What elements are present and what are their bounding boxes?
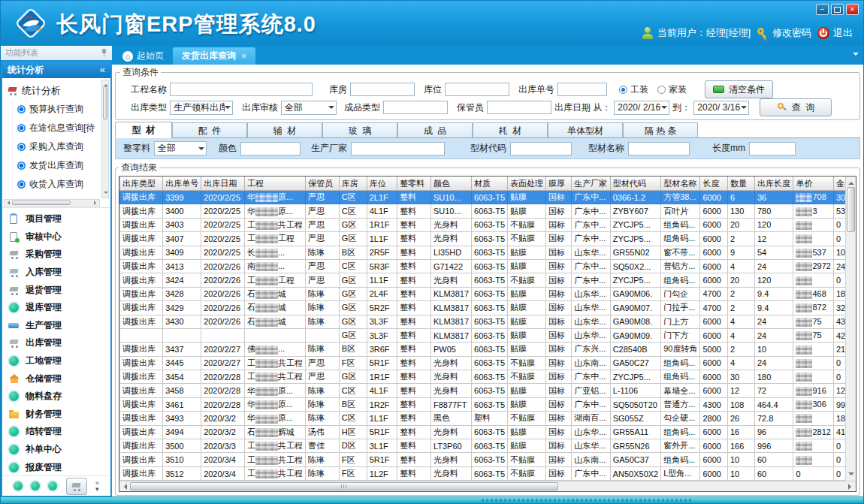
product-type-input[interactable] [383,101,448,114]
table-row[interactable]: 调拨出库34292020/2/26石城陈琳G区5R2F整料KLM38176063… [120,301,856,315]
column-header[interactable]: 出库类型 [120,177,163,191]
sidebar-item[interactable]: 生产管理 [8,317,110,335]
tree-item[interactable]: 采购入库查询 [7,137,100,156]
tree-vertical-scrollbar[interactable] [101,80,109,198]
sidebar-item[interactable]: 退库管理 [8,299,110,317]
table-row[interactable]: 调拨出库34032020/2/25工共工程严思G区1R1F整料光身料6063-T… [120,218,856,231]
section-header[interactable]: 统计分析 « [2,62,110,78]
column-header[interactable]: 库房 [339,177,367,191]
more-menus-button[interactable]: »▾ [95,480,99,492]
sidebar-item[interactable]: 结转管理 [8,423,110,441]
table-row[interactable]: 调拨出库34282020/2/26石城陈琳G区2L4F整料KLM38176063… [120,287,856,300]
material-tab[interactable]: 耗 材 [473,122,548,137]
manufacturer-input[interactable] [351,142,445,155]
scroll-thumb[interactable] [847,187,855,232]
sidebar-item[interactable]: 采购管理 [8,246,110,264]
sidebar-item[interactable]: 仓储管理 [8,370,110,388]
table-row[interactable]: 调拨出库35102020/3/4工共工程陈琳F区5R1F整料光身料6063-T5… [120,453,856,466]
tree-item[interactable]: 在途信息查询[待 [7,119,100,137]
grid-horizontal-scrollbar[interactable] [119,481,856,491]
search-button[interactable]: 查 询 [760,98,832,116]
table-row[interactable]: 调拨出库35002020/3/3工共工程曹佳D区3L1F整料LT3P606063… [120,439,856,453]
tab-overflow-arrow-icon[interactable] [853,53,859,59]
warehouse-input[interactable] [350,83,415,96]
column-header[interactable]: 型材代码 [610,177,661,191]
material-tab[interactable]: 成 品 [397,122,473,137]
tab-close-icon[interactable]: × [241,51,246,62]
scroll-left-icon[interactable] [121,484,127,490]
clear-conditions-button[interactable]: 清空条件 [705,80,773,98]
radio-gongzhuang[interactable]: 工装 [619,83,648,96]
column-header[interactable]: 型材名称 [661,177,700,191]
scroll-thumb[interactable] [130,482,558,490]
tree-root-item[interactable]: 统计分析 [7,81,100,100]
whole-part-select[interactable]: 全部 [154,141,207,155]
date-from-select[interactable]: 2020/ 2/16 [614,101,669,115]
tree-item[interactable]: 发货出库查询 [7,156,100,175]
column-header[interactable]: 单价 [793,177,833,191]
scroll-right-icon[interactable] [848,484,854,490]
table-row[interactable]: 调拨出库34132020/2/26南...严思C区5R3F整料G71422606… [120,259,856,273]
table-row[interactable]: 调拨出库34302020/2/26石城陈琳G区3L3F整料KLM38176063… [120,315,856,328]
sidebar-item[interactable]: 出库管理 [8,334,110,352]
tree-horizontal-scrollbar[interactable] [4,199,100,207]
table-row[interactable]: 调拨出库34452020/2/27工共工程严思F区5R1F整料光身料6063-T… [120,356,856,370]
profile-name-input[interactable] [628,142,690,155]
column-header[interactable]: 库位 [367,177,397,191]
date-to-select[interactable]: 2020/ 3/16 [693,101,749,115]
table-row[interactable]: 调拨出库34372020/2/27佛...陈琳B区3R6F整料PW056063-… [120,343,856,356]
scroll-up-icon[interactable] [848,179,854,185]
table-row[interactable]: 调拨出库34932020/3/2华原...陈琳C区1L1F整料黑色塑料不贴膜国标… [120,412,856,425]
scroll-down-icon[interactable] [848,472,854,478]
table-row[interactable]: 调拨出库34542020/2/28工共工程严思G区1R1F整料光身料6063-T… [120,370,856,384]
keeper-input[interactable] [487,101,551,114]
collapse-arrow-icon[interactable]: « [100,62,105,78]
sidebar-item[interactable]: 审核中心 [8,228,110,246]
table-row[interactable]: 调拨出库34002020/2/25华原...严思C区4L1F整料SU10...6… [120,204,856,218]
change-password-button[interactable]: 修改密码 [757,26,811,40]
toolbar-dot-icon[interactable] [31,481,40,490]
sidebar-item[interactable]: 财务管理 [8,406,110,424]
scroll-thumb[interactable] [12,201,71,205]
column-header[interactable]: 出库长度 [754,177,793,191]
outbound-audit-select[interactable]: 全部 [281,101,337,115]
sidebar-item[interactable]: 入库管理 [8,264,110,282]
outbound-type-select[interactable]: 生产领料出库 [170,101,233,115]
maximize-button[interactable] [831,4,844,15]
length-input[interactable] [749,142,796,155]
column-header[interactable]: 材质 [472,177,508,191]
sidebar-item[interactable]: 项目管理 [8,210,110,228]
material-tab[interactable]: 隔 热 条 [623,122,698,137]
table-row[interactable]: 调拨出库34072020/2/25工工程严思G区1L1F整料光身料6063-T5… [120,232,856,246]
material-tab[interactable]: 单体型材 [548,122,623,137]
material-tab[interactable]: 型 材 [115,122,172,138]
tab-shipment-query[interactable]: 发货出库查询 × [173,47,255,65]
table-row[interactable]: 调拨出库35122020/3/4工共工程陈琳F区1L2F整料光身料6063-T5… [120,466,856,480]
profile-code-input[interactable] [510,142,572,155]
table-row[interactable]: 调拨出库34582020/2/28华原...陈琳C区4L1F整料光身料6063-… [120,384,856,397]
sidebar-item[interactable]: 退货管理 [8,281,110,299]
column-header[interactable]: 出库日期 [201,177,245,191]
toolbar-dot-icon[interactable] [14,481,23,490]
scroll-thumb[interactable] [103,86,107,119]
cart-toolbar-button[interactable] [66,478,87,495]
scroll-right-icon[interactable] [94,201,98,205]
tab-home[interactable]: ⌂ 起始页 [113,47,173,65]
column-header[interactable]: 长度 [700,177,727,191]
column-header[interactable]: 颜色 [430,177,471,191]
sidebar-item[interactable]: 报废管理 [8,458,110,475]
column-header[interactable]: 生产厂家 [572,177,610,191]
sidebar-item[interactable]: 补单中心 [8,441,110,459]
table-row[interactable]: 调拨出库34092020/2/25长...陈琳B区2R5F整料LI35HD606… [120,246,856,259]
scroll-left-icon[interactable] [5,201,10,205]
table-row[interactable]: 调拨出库34612020/2/28华原...陈琳B区1R2F整料F8877FT6… [120,397,856,411]
tree-item[interactable]: 预算执行查询 [7,100,100,119]
logout-button[interactable]: 退出 [817,26,853,40]
color-input[interactable] [240,142,301,155]
close-button[interactable]: × [846,4,859,15]
sidebar-item[interactable]: 工地管理 [8,352,110,370]
minimize-button[interactable]: − [816,4,829,15]
location-input[interactable] [445,83,509,96]
column-header[interactable]: 出库单号 [163,177,201,191]
material-tab[interactable]: 辅 材 [247,122,322,137]
